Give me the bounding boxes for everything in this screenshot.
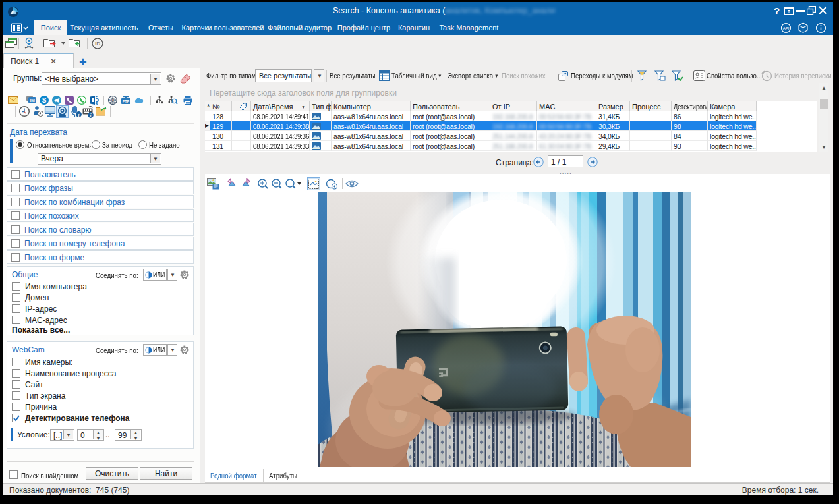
svg-text:HTTP: HTTP (110, 99, 117, 101)
svg-text:ID: ID (95, 41, 100, 47)
svg-text:S: S (42, 97, 47, 104)
svg-text:FTP: FTP (123, 99, 130, 103)
svg-text:IM: IM (30, 98, 35, 103)
svg-text:API: API (783, 26, 790, 30)
